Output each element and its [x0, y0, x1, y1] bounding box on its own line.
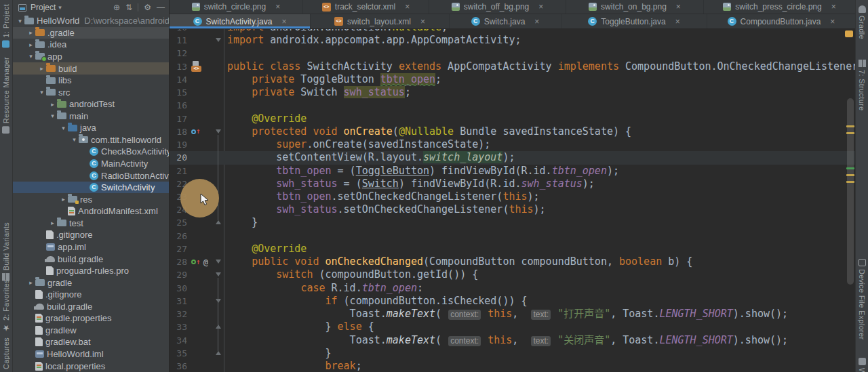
code-line-36[interactable]: 36 break;	[170, 360, 856, 372]
tree-item-idea[interactable]: ▸.idea	[13, 39, 169, 51]
tab-close-icon[interactable]: ×	[281, 17, 286, 26]
error-stripe-mark[interactable]	[846, 181, 854, 183]
tree-item-gradle[interactable]: ▸.gradle	[13, 27, 169, 39]
panel-title[interactable]: Project	[31, 3, 56, 12]
tab-switch-circle-png[interactable]: switch_circle.png×	[170, 0, 303, 14]
tab-switch-layout-xml[interactable]: <>switch_layout.xml×	[311, 14, 450, 28]
tool-button-captures[interactable]: Captures	[2, 337, 10, 372]
tab-close-icon[interactable]: ×	[275, 2, 280, 12]
tree-expand-icon[interactable]: ▾	[70, 136, 79, 143]
code-line-33[interactable]: 33 } else {	[170, 321, 856, 333]
tool-button-device-file-explorer[interactable]: Device File Explorer	[858, 256, 866, 339]
fold-start-icon[interactable]	[216, 260, 221, 264]
tree-expand-icon[interactable]: ▸	[26, 29, 35, 36]
tree-expand-icon[interactable]: ▸	[48, 101, 57, 108]
tool-button-w[interactable]: W	[858, 355, 866, 372]
tree-item-androidtest[interactable]: ▸androidTest	[13, 98, 169, 110]
tab-togglebutton-java[interactable]: CToggleButton.java×	[561, 14, 707, 28]
tool-button-resource-manager[interactable]: Resource Manager	[2, 57, 10, 136]
fold-start-icon[interactable]	[216, 272, 221, 276]
tree-item-androidmanifest-xml[interactable]: AndroidManifest.xml	[13, 205, 169, 218]
tree-item-build[interactable]: ▸build	[13, 62, 169, 75]
tool-button-2-favorites[interactable]: ★2: Favorites	[2, 279, 10, 335]
code-line-15[interactable]: 15 private Switch swh_status;	[170, 86, 856, 99]
tab-compoundbutton-java[interactable]: CCompoundButton.java×	[707, 14, 856, 28]
tree-item-helloworld[interactable]: ▾HelloWorldD:\workspace\android\Hel	[13, 15, 169, 27]
tab-switch-off-bg-png[interactable]: switch_off_bg.png×	[429, 0, 566, 14]
tab-close-icon[interactable]: ×	[831, 2, 836, 12]
code-line-10[interactable]: 10import androidx.annotation.Nullable;	[170, 29, 856, 34]
error-stripe-mark[interactable]	[846, 132, 854, 134]
code-line-25[interactable]: 25 }	[170, 216, 856, 229]
tree-item-java[interactable]: ▾java	[13, 122, 169, 134]
go-to-related-xml-icon[interactable]: <>	[191, 61, 202, 72]
tree-item-helloworld-iml[interactable]: HelloWorld.iml	[13, 348, 169, 360]
tree-expand-icon[interactable]: ▸	[37, 65, 46, 72]
hide-panel-icon[interactable]: —	[157, 3, 165, 12]
tool-button-build-variants[interactable]: Build Variants	[2, 222, 10, 283]
fold-start-icon[interactable]	[216, 129, 221, 133]
tree-item-src[interactable]: ▾src	[13, 86, 169, 98]
tree-expand-icon[interactable]: ▾	[59, 125, 68, 131]
tree-item-switchactivity[interactable]: CSwitchActivity	[13, 182, 169, 194]
code-line-29[interactable]: 29 switch (compoundButton.getId()) {	[170, 268, 856, 281]
fold-start-icon[interactable]	[216, 299, 221, 303]
tab-close-icon[interactable]: ×	[675, 17, 680, 26]
tab-close-icon[interactable]: ×	[405, 2, 410, 12]
code-line-27[interactable]: 27 @Override	[170, 243, 856, 255]
tree-item-local-properties[interactable]: local.properties	[13, 360, 169, 372]
tree-expand-icon[interactable]: ▾	[37, 89, 46, 96]
tree-item-app[interactable]: ▾app	[13, 51, 169, 63]
code-line-14[interactable]: 14 private ToggleButton tbtn_open;	[170, 73, 856, 86]
tree-expand-icon[interactable]: ▸	[48, 220, 57, 226]
fold-end-icon[interactable]	[216, 351, 221, 355]
tree-expand-icon[interactable]: ▸	[26, 279, 35, 286]
implements-method-icon[interactable]: ↑	[191, 257, 201, 268]
tree-item-main[interactable]: ▾main	[13, 110, 169, 123]
tree-item-libs[interactable]: libs	[13, 75, 169, 87]
tree-item-gradlew-bat[interactable]: gradlew.bat	[13, 336, 169, 348]
tree-item-proguard-rules-pro[interactable]: proguard-rules.pro	[13, 265, 169, 277]
tree-item-gradle-properties[interactable]: gradle.properties	[13, 312, 169, 325]
code-line-22[interactable]: 22 swh_status = (Switch) findViewById(R.…	[170, 178, 856, 190]
error-stripe-mark[interactable]	[846, 174, 854, 176]
tree-expand-icon[interactable]: ▾	[48, 112, 57, 119]
code-line-31[interactable]: 31 if (compoundButton.isChecked()) {	[170, 295, 856, 308]
tab-close-icon[interactable]: ×	[534, 17, 539, 26]
tree-item-gitignore[interactable]: .gitignore	[13, 229, 169, 241]
tree-expand-icon[interactable]: ▾	[26, 53, 35, 60]
code-line-17[interactable]: 17 @Override	[170, 112, 856, 125]
inspection-status-icon[interactable]	[845, 30, 853, 37]
tree-item-test[interactable]: ▸test	[13, 218, 169, 230]
code-line-16[interactable]: 16	[170, 99, 856, 112]
fold-end-icon[interactable]	[216, 325, 221, 329]
tree-item-mainactivity[interactable]: CMainActivity	[13, 158, 169, 170]
tab-switch-press-circle-png[interactable]: switch_press_circle.png×	[704, 0, 856, 14]
code-line-13[interactable]: 13<>public class SwitchActivity extends …	[170, 60, 856, 73]
tree-expand-icon[interactable]: ▸	[26, 41, 35, 48]
code-line-12[interactable]: 12	[170, 47, 856, 60]
tab-track-selctor-xml[interactable]: <>track_selctor.xml×	[303, 0, 429, 14]
code-line-19[interactable]: 19 super.onCreate(savedInstanceState);	[170, 138, 856, 151]
code-line-11[interactable]: 11import androidx.appcompat.app.AppCompa…	[170, 34, 856, 47]
locate-icon[interactable]: ⊕	[113, 3, 120, 12]
error-stripe-mark[interactable]	[846, 125, 854, 127]
code-line-35[interactable]: 35 }	[170, 347, 856, 360]
chevron-down-icon[interactable]: ▾	[58, 4, 62, 11]
tool-button-gradle[interactable]: Gradle	[858, 3, 866, 39]
code-line-30[interactable]: 30 case R.id.tbtn_open:	[170, 282, 856, 295]
tab-close-icon[interactable]: ×	[538, 2, 543, 12]
fold-start-icon[interactable]	[216, 38, 221, 42]
tab-close-icon[interactable]: ×	[830, 17, 835, 26]
error-stripe-mark[interactable]	[846, 167, 854, 169]
tab-close-icon[interactable]: ×	[676, 2, 681, 12]
overrides-method-icon[interactable]: ↑	[191, 126, 201, 137]
tree-item-res[interactable]: ▸res	[13, 193, 169, 205]
tree-expand-icon[interactable]: ▸	[59, 196, 68, 203]
tab-switch-on-bg-png[interactable]: switch_on_bg.png×	[566, 0, 704, 14]
tree-item-gradlew[interactable]: gradlew	[13, 325, 169, 337]
code-line-20[interactable]: 20 setContentView(R.layout.switch_layout…	[170, 151, 856, 164]
code-line-24[interactable]: 24 swh_status.setOnCheckedChangeListener…	[170, 203, 856, 216]
code-editor[interactable]: 10import androidx.annotation.Nullable;11…	[170, 29, 856, 372]
code-line-26[interactable]: 26	[170, 230, 856, 243]
